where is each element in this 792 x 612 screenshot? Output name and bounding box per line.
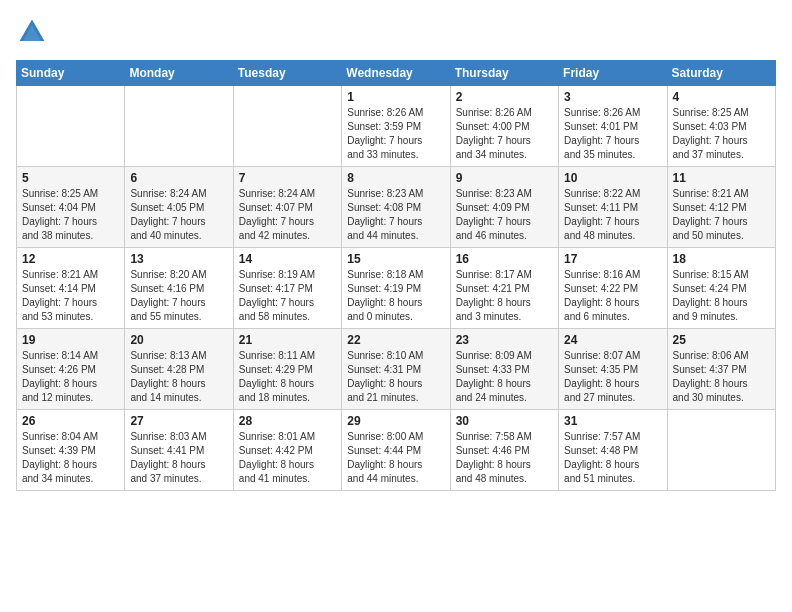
calendar-day-28: 28Sunrise: 8:01 AM Sunset: 4:42 PM Dayli… (233, 410, 341, 491)
day-info: Sunrise: 8:03 AM Sunset: 4:41 PM Dayligh… (130, 430, 227, 486)
day-number: 7 (239, 171, 336, 185)
day-info: Sunrise: 8:26 AM Sunset: 3:59 PM Dayligh… (347, 106, 444, 162)
day-number: 1 (347, 90, 444, 104)
day-info: Sunrise: 8:23 AM Sunset: 4:08 PM Dayligh… (347, 187, 444, 243)
day-number: 17 (564, 252, 661, 266)
day-number: 10 (564, 171, 661, 185)
calendar-empty-cell (667, 410, 775, 491)
day-info: Sunrise: 8:25 AM Sunset: 4:04 PM Dayligh… (22, 187, 119, 243)
calendar-day-16: 16Sunrise: 8:17 AM Sunset: 4:21 PM Dayli… (450, 248, 558, 329)
calendar-day-19: 19Sunrise: 8:14 AM Sunset: 4:26 PM Dayli… (17, 329, 125, 410)
day-info: Sunrise: 8:19 AM Sunset: 4:17 PM Dayligh… (239, 268, 336, 324)
day-number: 11 (673, 171, 770, 185)
day-number: 23 (456, 333, 553, 347)
day-info: Sunrise: 7:57 AM Sunset: 4:48 PM Dayligh… (564, 430, 661, 486)
logo (16, 16, 52, 48)
calendar-week-row: 5Sunrise: 8:25 AM Sunset: 4:04 PM Daylig… (17, 167, 776, 248)
calendar-day-24: 24Sunrise: 8:07 AM Sunset: 4:35 PM Dayli… (559, 329, 667, 410)
day-info: Sunrise: 8:07 AM Sunset: 4:35 PM Dayligh… (564, 349, 661, 405)
calendar-day-27: 27Sunrise: 8:03 AM Sunset: 4:41 PM Dayli… (125, 410, 233, 491)
calendar-day-5: 5Sunrise: 8:25 AM Sunset: 4:04 PM Daylig… (17, 167, 125, 248)
day-number: 21 (239, 333, 336, 347)
day-number: 30 (456, 414, 553, 428)
calendar-day-29: 29Sunrise: 8:00 AM Sunset: 4:44 PM Dayli… (342, 410, 450, 491)
calendar-day-3: 3Sunrise: 8:26 AM Sunset: 4:01 PM Daylig… (559, 86, 667, 167)
day-info: Sunrise: 8:04 AM Sunset: 4:39 PM Dayligh… (22, 430, 119, 486)
day-number: 5 (22, 171, 119, 185)
calendar-day-17: 17Sunrise: 8:16 AM Sunset: 4:22 PM Dayli… (559, 248, 667, 329)
calendar-day-9: 9Sunrise: 8:23 AM Sunset: 4:09 PM Daylig… (450, 167, 558, 248)
day-info: Sunrise: 8:18 AM Sunset: 4:19 PM Dayligh… (347, 268, 444, 324)
calendar-day-13: 13Sunrise: 8:20 AM Sunset: 4:16 PM Dayli… (125, 248, 233, 329)
day-info: Sunrise: 8:09 AM Sunset: 4:33 PM Dayligh… (456, 349, 553, 405)
day-info: Sunrise: 8:26 AM Sunset: 4:01 PM Dayligh… (564, 106, 661, 162)
calendar-day-11: 11Sunrise: 8:21 AM Sunset: 4:12 PM Dayli… (667, 167, 775, 248)
calendar-week-row: 19Sunrise: 8:14 AM Sunset: 4:26 PM Dayli… (17, 329, 776, 410)
day-info: Sunrise: 8:00 AM Sunset: 4:44 PM Dayligh… (347, 430, 444, 486)
day-info: Sunrise: 8:13 AM Sunset: 4:28 PM Dayligh… (130, 349, 227, 405)
day-number: 12 (22, 252, 119, 266)
day-number: 3 (564, 90, 661, 104)
day-info: Sunrise: 8:21 AM Sunset: 4:12 PM Dayligh… (673, 187, 770, 243)
day-info: Sunrise: 8:23 AM Sunset: 4:09 PM Dayligh… (456, 187, 553, 243)
day-number: 9 (456, 171, 553, 185)
day-number: 28 (239, 414, 336, 428)
day-info: Sunrise: 8:06 AM Sunset: 4:37 PM Dayligh… (673, 349, 770, 405)
calendar-day-25: 25Sunrise: 8:06 AM Sunset: 4:37 PM Dayli… (667, 329, 775, 410)
calendar-day-7: 7Sunrise: 8:24 AM Sunset: 4:07 PM Daylig… (233, 167, 341, 248)
weekday-header-thursday: Thursday (450, 61, 558, 86)
calendar-day-30: 30Sunrise: 7:58 AM Sunset: 4:46 PM Dayli… (450, 410, 558, 491)
weekday-header-sunday: Sunday (17, 61, 125, 86)
calendar-empty-cell (125, 86, 233, 167)
day-info: Sunrise: 8:22 AM Sunset: 4:11 PM Dayligh… (564, 187, 661, 243)
calendar-day-12: 12Sunrise: 8:21 AM Sunset: 4:14 PM Dayli… (17, 248, 125, 329)
calendar-day-4: 4Sunrise: 8:25 AM Sunset: 4:03 PM Daylig… (667, 86, 775, 167)
day-number: 6 (130, 171, 227, 185)
day-number: 15 (347, 252, 444, 266)
day-number: 19 (22, 333, 119, 347)
day-info: Sunrise: 8:24 AM Sunset: 4:05 PM Dayligh… (130, 187, 227, 243)
day-info: Sunrise: 8:25 AM Sunset: 4:03 PM Dayligh… (673, 106, 770, 162)
weekday-header-row: SundayMondayTuesdayWednesdayThursdayFrid… (17, 61, 776, 86)
calendar-empty-cell (17, 86, 125, 167)
calendar-day-21: 21Sunrise: 8:11 AM Sunset: 4:29 PM Dayli… (233, 329, 341, 410)
weekday-header-tuesday: Tuesday (233, 61, 341, 86)
day-info: Sunrise: 7:58 AM Sunset: 4:46 PM Dayligh… (456, 430, 553, 486)
day-number: 16 (456, 252, 553, 266)
calendar-day-8: 8Sunrise: 8:23 AM Sunset: 4:08 PM Daylig… (342, 167, 450, 248)
calendar-day-6: 6Sunrise: 8:24 AM Sunset: 4:05 PM Daylig… (125, 167, 233, 248)
logo-icon (16, 16, 48, 48)
calendar-day-1: 1Sunrise: 8:26 AM Sunset: 3:59 PM Daylig… (342, 86, 450, 167)
day-info: Sunrise: 8:20 AM Sunset: 4:16 PM Dayligh… (130, 268, 227, 324)
calendar-day-31: 31Sunrise: 7:57 AM Sunset: 4:48 PM Dayli… (559, 410, 667, 491)
day-number: 26 (22, 414, 119, 428)
calendar-week-row: 12Sunrise: 8:21 AM Sunset: 4:14 PM Dayli… (17, 248, 776, 329)
weekday-header-wednesday: Wednesday (342, 61, 450, 86)
page: SundayMondayTuesdayWednesdayThursdayFrid… (0, 0, 792, 507)
day-number: 27 (130, 414, 227, 428)
calendar-day-10: 10Sunrise: 8:22 AM Sunset: 4:11 PM Dayli… (559, 167, 667, 248)
day-number: 2 (456, 90, 553, 104)
day-info: Sunrise: 8:11 AM Sunset: 4:29 PM Dayligh… (239, 349, 336, 405)
day-info: Sunrise: 8:16 AM Sunset: 4:22 PM Dayligh… (564, 268, 661, 324)
calendar-week-row: 26Sunrise: 8:04 AM Sunset: 4:39 PM Dayli… (17, 410, 776, 491)
day-number: 22 (347, 333, 444, 347)
day-number: 4 (673, 90, 770, 104)
day-info: Sunrise: 8:24 AM Sunset: 4:07 PM Dayligh… (239, 187, 336, 243)
day-info: Sunrise: 8:10 AM Sunset: 4:31 PM Dayligh… (347, 349, 444, 405)
calendar-day-18: 18Sunrise: 8:15 AM Sunset: 4:24 PM Dayli… (667, 248, 775, 329)
day-info: Sunrise: 8:15 AM Sunset: 4:24 PM Dayligh… (673, 268, 770, 324)
day-info: Sunrise: 8:21 AM Sunset: 4:14 PM Dayligh… (22, 268, 119, 324)
calendar-day-26: 26Sunrise: 8:04 AM Sunset: 4:39 PM Dayli… (17, 410, 125, 491)
calendar-day-15: 15Sunrise: 8:18 AM Sunset: 4:19 PM Dayli… (342, 248, 450, 329)
day-number: 20 (130, 333, 227, 347)
calendar-week-row: 1Sunrise: 8:26 AM Sunset: 3:59 PM Daylig… (17, 86, 776, 167)
calendar-day-2: 2Sunrise: 8:26 AM Sunset: 4:00 PM Daylig… (450, 86, 558, 167)
day-number: 14 (239, 252, 336, 266)
day-number: 24 (564, 333, 661, 347)
calendar-day-14: 14Sunrise: 8:19 AM Sunset: 4:17 PM Dayli… (233, 248, 341, 329)
calendar-empty-cell (233, 86, 341, 167)
day-number: 18 (673, 252, 770, 266)
day-info: Sunrise: 8:01 AM Sunset: 4:42 PM Dayligh… (239, 430, 336, 486)
header (16, 16, 776, 48)
